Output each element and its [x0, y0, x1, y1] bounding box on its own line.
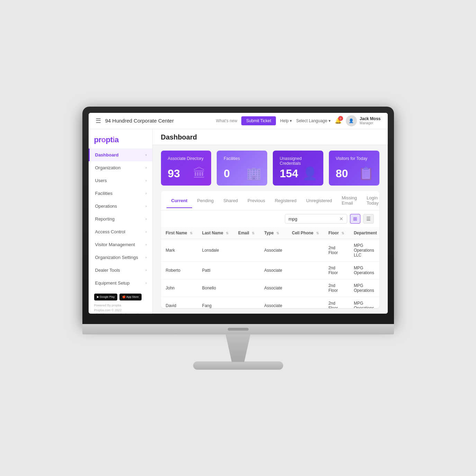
reporting-label: Reporting [95, 216, 115, 222]
data-table: First Name ⇅ Last Name ⇅ Email ⇅ Type ⇅ … [161, 227, 379, 308]
col-type[interactable]: Type ⇅ [259, 227, 287, 239]
chevron-right-icon: › [145, 281, 146, 285]
grid-view-button[interactable]: ⊞ [350, 214, 360, 224]
tab-registered[interactable]: Registered [270, 194, 302, 208]
stat-label-facilities: Facilities [224, 156, 260, 161]
list-view-button[interactable]: ☰ [363, 214, 374, 224]
equipment-setup-label: Equipment Setup [95, 280, 130, 286]
sidebar-item-dashboard[interactable]: Dashboard › [89, 149, 152, 161]
cell-email [233, 262, 259, 279]
table-row: Roberto Patti Associate 2nd Floor MPG Op… [161, 262, 379, 279]
search-input[interactable] [289, 216, 337, 222]
cell-last-name: Fang [197, 297, 233, 308]
cell-type: Associate [259, 297, 287, 308]
topbar: ☰ 94 Hundred Corporate Center What's new… [89, 113, 388, 129]
col-last-name[interactable]: Last Name ⇅ [197, 227, 233, 239]
user-role: Manager [360, 121, 381, 125]
cell-last-name: Patti [197, 262, 233, 279]
stat-label-visitors: Visitors for Today [336, 156, 372, 161]
stat-card-associate-directory[interactable]: Associate Directory 93 🏛 [161, 151, 212, 186]
tab-shared[interactable]: Shared [218, 194, 243, 208]
cell-type: Associate [259, 279, 287, 297]
tab-login-today[interactable]: Login Today [362, 191, 379, 210]
tab-current[interactable]: Current [167, 194, 192, 208]
chevron-right-icon: › [145, 243, 146, 246]
sidebar-item-dealer-tools[interactable]: Dealer Tools › [89, 264, 152, 277]
cell-type: Associate [259, 262, 287, 279]
stats-row: Associate Directory 93 🏛 Facilities 0 🏢 … [153, 145, 388, 191]
notification-bell[interactable]: 🔔 0 [335, 117, 342, 124]
sidebar-nav: Dashboard › Organization › Users › [89, 149, 152, 289]
whats-new-link[interactable]: What's new [216, 118, 237, 123]
stat-card-facilities[interactable]: Facilities 0 🏢 [217, 151, 267, 186]
topbar-actions: What's new Submit Ticket Help ▾ Select L… [216, 115, 381, 126]
table-row: John Bonello Associate 2nd Floor MPG Ope… [161, 279, 379, 297]
sidebar-footer: ▶ Google Play 🍎 App Store Powered By pro… [89, 289, 152, 313]
col-first-name[interactable]: First Name ⇅ [161, 227, 197, 239]
app-badges: ▶ Google Play 🍎 App Store [94, 294, 147, 300]
dashboard-label: Dashboard [95, 152, 119, 158]
col-cell-phone[interactable]: Cell Phone ⇅ [287, 227, 323, 239]
tab-unregistered[interactable]: Unregistered [302, 194, 337, 208]
sidebar-item-reporting[interactable]: Reporting › [89, 213, 152, 225]
tab-missing-email[interactable]: Missing Email [337, 191, 362, 210]
stat-card-credentials[interactable]: Unassigned Credentials 154 👤 [273, 151, 323, 186]
cell-cell-phone [287, 297, 323, 308]
cell-floor: 2nd Floor [324, 239, 349, 262]
col-department[interactable]: Department ▼ [349, 227, 379, 239]
cell-cell-phone [287, 262, 323, 279]
sidebar-item-access-control[interactable]: Access Control › [89, 225, 152, 238]
cell-department: MPG Operations [349, 297, 379, 308]
logo-text: proptia [94, 135, 119, 144]
chevron-right-icon: › [145, 255, 146, 259]
chevron-right-icon: › [145, 153, 146, 157]
tab-previous[interactable]: Previous [243, 194, 270, 208]
stat-icon-visitors: 📋 [358, 166, 374, 181]
sidebar-item-organization[interactable]: Organization › [89, 161, 152, 174]
user-name: Jack Moss [360, 116, 381, 121]
sidebar-item-org-settings[interactable]: Organization Settings › [89, 251, 152, 264]
table-row: Mark Lonsdale Associate 2nd Floor MPG Op… [161, 239, 379, 262]
search-box: ✕ [285, 214, 347, 224]
cell-floor: 2nd Floor [324, 262, 349, 279]
chevron-right-icon: › [145, 204, 146, 208]
sidebar-item-users[interactable]: Users › [89, 174, 152, 187]
cell-department: MPG Operations [349, 279, 379, 297]
app-store-badge[interactable]: 🍎 App Store [119, 294, 141, 300]
cell-email [233, 239, 259, 262]
cell-first-name: Mark [161, 239, 197, 262]
cell-last-name: Bonello [197, 279, 233, 297]
org-settings-label: Organization Settings [95, 255, 138, 260]
language-selector[interactable]: Select Language ▾ [296, 118, 330, 123]
sidebar-item-facilities[interactable]: Facilities › [89, 187, 152, 200]
access-control-label: Access Control [95, 229, 125, 234]
sidebar-item-operations[interactable]: Operations › [89, 200, 152, 213]
sidebar-item-equipment-setup[interactable]: Equipment Setup › [89, 277, 152, 289]
menu-icon[interactable]: ☰ [96, 117, 101, 125]
cell-cell-phone [287, 279, 323, 297]
imac-chin [82, 324, 394, 334]
stat-card-visitors[interactable]: Visitors for Today 80 📋 [329, 151, 379, 186]
help-button[interactable]: Help ▾ [280, 118, 292, 123]
search-clear-button[interactable]: ✕ [339, 216, 343, 222]
table-body: Mark Lonsdale Associate 2nd Floor MPG Op… [161, 239, 379, 308]
imac-screen: ☰ 94 Hundred Corporate Center What's new… [89, 113, 388, 314]
submit-ticket-button[interactable]: Submit Ticket [241, 116, 276, 125]
col-email[interactable]: Email ⇅ [233, 227, 259, 239]
cell-type: Associate [259, 239, 287, 262]
chevron-right-icon: › [145, 217, 146, 221]
user-info[interactable]: 👤 Jack Moss Manager [346, 115, 381, 126]
col-floor[interactable]: Floor ⇅ [324, 227, 349, 239]
cell-floor: 2nd Floor [324, 279, 349, 297]
sidebar: proptia Dashboard › Organization › [89, 129, 153, 313]
users-label: Users [95, 178, 107, 183]
organization-label: Organization [95, 165, 121, 170]
stat-icon-associate: 🏛 [193, 166, 206, 181]
sidebar-item-visitor-management[interactable]: Visitor Management › [89, 238, 152, 251]
chevron-right-icon: › [145, 166, 146, 170]
google-play-badge[interactable]: ▶ Google Play [94, 294, 118, 300]
imac-chin-hole [228, 328, 249, 331]
imac-wrapper: ☰ 94 Hundred Corporate Center What's new… [82, 107, 394, 370]
tab-pending[interactable]: Pending [192, 194, 218, 208]
tabs-bar: Current Pending Shared Previous Register… [161, 191, 379, 210]
